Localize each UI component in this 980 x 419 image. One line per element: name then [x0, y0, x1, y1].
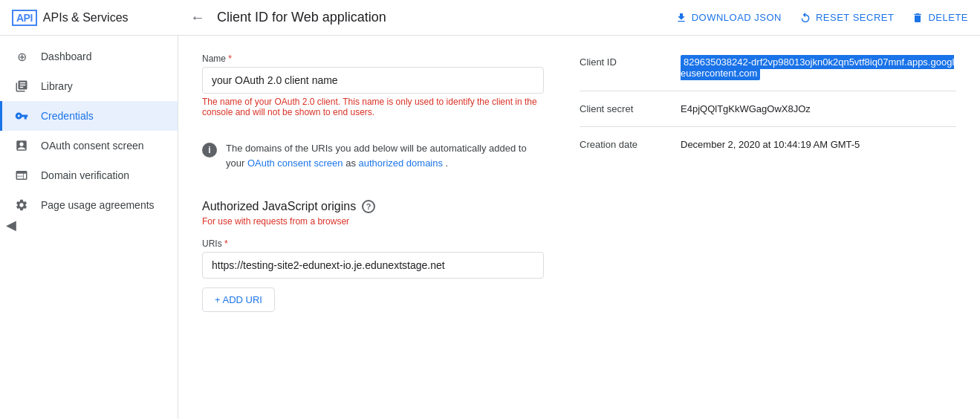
right-panel: Client ID 829635038242-drf2vp98013ojkn0k… [580, 53, 956, 401]
sidebar-item-dashboard[interactable]: ⊕ Dashboard [0, 42, 178, 71]
sidebar-label-oauth: OAuth consent screen [41, 140, 144, 152]
client-secret-row: Client secret E4pjQQlTgKkWGagOwX8JOz [580, 103, 956, 127]
js-origins-help-icon[interactable]: ? [362, 200, 375, 213]
authorized-domains-link[interactable]: authorized domains [359, 157, 443, 169]
client-info: Client ID 829635038242-drf2vp98013ojkn0k… [580, 53, 956, 162]
top-bar-content: ← Client ID for Web application DOWNLOAD… [190, 9, 968, 26]
delete-icon [912, 12, 924, 24]
dashboard-icon: ⊕ [14, 49, 29, 64]
service-title: APIs & Services [43, 11, 129, 25]
name-helper-text: The name of your OAuth 2.0 client. This … [202, 97, 544, 117]
oauth-consent-link[interactable]: OAuth consent screen [247, 157, 343, 169]
reset-secret-button[interactable]: RESET SECRET [799, 12, 894, 24]
sidebar-label-library: Library [41, 80, 73, 92]
js-origins-heading: Authorized JavaScript origins ? [202, 200, 544, 213]
sidebar-item-credentials[interactable]: Credentials [0, 101, 178, 131]
sidebar: ⊕ Dashboard Library Credentials OAuth co… [0, 36, 178, 419]
add-uri-button[interactable]: + ADD URI [202, 288, 275, 312]
content-area: Name * The name of your OAuth 2.0 client… [178, 36, 980, 419]
sidebar-item-domain-verification[interactable]: Domain verification [0, 160, 178, 190]
info-text-content: The domains of the URIs you add below wi… [226, 141, 544, 170]
oauth-icon [14, 138, 29, 153]
client-id-value: 829635038242-drf2vp98013ojkn0k2qn5vtf8iq… [681, 56, 956, 79]
creation-date-row: Creation date December 2, 2020 at 10:44:… [580, 139, 956, 162]
sidebar-label-credentials: Credentials [41, 110, 94, 122]
name-required: * [228, 53, 232, 64]
download-icon [675, 12, 687, 24]
download-json-button[interactable]: DOWNLOAD JSON [675, 12, 782, 24]
page-title: Client ID for Web application [217, 10, 386, 25]
name-input[interactable] [202, 67, 544, 94]
api-logo: API [12, 10, 37, 26]
sidebar-item-library[interactable]: Library [0, 71, 178, 101]
client-id-row: Client ID 829635038242-drf2vp98013ojkn0k… [580, 56, 956, 91]
creation-date-label: Creation date [580, 139, 669, 150]
js-origins-subtext: For use with requests from a browser [202, 216, 544, 227]
client-id-label: Client ID [580, 56, 669, 68]
info-box: i The domains of the URIs you add below … [202, 129, 544, 182]
top-actions: DOWNLOAD JSON RESET SECRET DELETE [675, 12, 968, 24]
library-icon [14, 79, 29, 94]
sidebar-label-page-usage: Page usage agreements [41, 199, 155, 211]
credentials-icon [14, 108, 29, 123]
name-label: Name * [202, 53, 544, 64]
uris-label: URIs * [202, 238, 544, 249]
creation-date-value: December 2, 2020 at 10:44:19 AM GMT-5 [681, 139, 860, 150]
main-layout: ⊕ Dashboard Library Credentials OAuth co… [0, 36, 980, 419]
name-form-group: Name * The name of your OAuth 2.0 client… [202, 53, 544, 117]
client-id-highlighted: 829635038242-drf2vp98013ojkn0k2qn5vtf8iq… [681, 55, 954, 80]
sidebar-collapse-button[interactable]: ◀ [6, 217, 16, 233]
client-secret-value: E4pjQQlTgKkWGagOwX8JOz [681, 103, 811, 114]
sidebar-label-dashboard: Dashboard [41, 51, 92, 62]
sidebar-item-page-usage[interactable]: Page usage agreements [0, 190, 178, 220]
uri-input[interactable] [202, 252, 544, 279]
left-panel: Name * The name of your OAuth 2.0 client… [202, 53, 544, 401]
page-usage-icon [14, 198, 29, 212]
top-bar-left: API APIs & Services [12, 10, 190, 26]
info-icon: i [202, 143, 217, 157]
sidebar-item-oauth-consent[interactable]: OAuth consent screen [0, 131, 178, 160]
uris-group: URIs * [202, 238, 544, 279]
client-secret-label: Client secret [580, 103, 669, 114]
domain-icon [14, 168, 29, 183]
back-button[interactable]: ← [190, 9, 205, 26]
sidebar-label-domain: Domain verification [41, 169, 129, 181]
delete-button[interactable]: DELETE [912, 12, 968, 24]
reset-icon [799, 12, 811, 24]
top-bar: API APIs & Services ← Client ID for Web … [0, 0, 980, 36]
uris-required: * [224, 238, 228, 249]
